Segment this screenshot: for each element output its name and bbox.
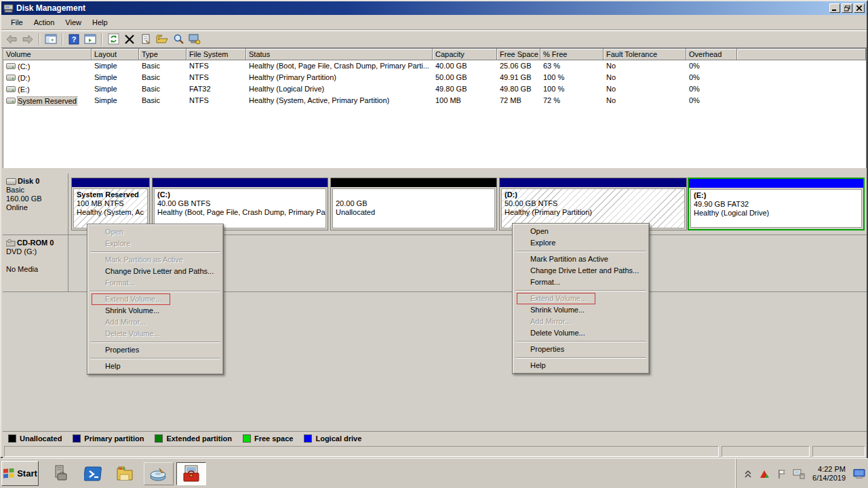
disk-utility-icon[interactable] (144, 462, 174, 485)
column-header-status[interactable]: Status (246, 49, 433, 60)
menu-item-mark-partition-active[interactable]: Mark Partition as Active (89, 254, 222, 266)
column-header-free-space[interactable]: Free Space (497, 49, 540, 60)
menu-view[interactable]: View (60, 16, 87, 28)
menu-action[interactable]: Action (28, 16, 60, 28)
legend-swatch (73, 434, 81, 443)
powershell-icon[interactable] (79, 462, 108, 485)
back-arrow-icon[interactable] (4, 32, 19, 47)
pane-splitter[interactable] (3, 168, 867, 174)
volume-list-header: Volume Layout Type File System Status Ca… (3, 49, 866, 60)
column-header-pct-free[interactable]: % Free (540, 49, 604, 60)
menu-item-add-mirror[interactable]: Add Mirror... (89, 317, 222, 328)
menu-item-format[interactable]: Format... (89, 277, 222, 289)
partition-c[interactable]: (C:) 40.00 GB NTFS Healthy (Boot, Page F… (152, 178, 328, 230)
drive-icon (6, 63, 16, 69)
status-bar (3, 445, 867, 458)
show-action-pane-icon[interactable] (83, 32, 98, 47)
tray-monitor-graph-icon[interactable] (759, 468, 771, 480)
show-console-tree-icon[interactable] (43, 32, 58, 47)
status-panel-main (4, 446, 719, 457)
title-bar[interactable]: Disk Management (1, 1, 867, 15)
menu-separator (515, 290, 646, 291)
restore-button[interactable] (842, 3, 852, 13)
show-desktop-icon[interactable] (853, 468, 865, 480)
menu-help[interactable]: Help (87, 16, 113, 28)
volume-row-system-reserved[interactable]: System Reserved Simple Basic NTFS Health… (3, 95, 866, 106)
tray-network-icon[interactable] (793, 468, 805, 480)
menu-bar: File Action View Help (1, 15, 867, 30)
menu-item-extend-volume[interactable]: Extend Volume... (514, 293, 648, 304)
computer-management-taskbar-button[interactable] (176, 462, 206, 485)
column-header-layout[interactable]: Layout (92, 49, 139, 60)
menu-file[interactable]: File (5, 16, 28, 28)
drive-icon (6, 98, 16, 104)
partition-color-bar (153, 178, 328, 187)
tray-flag-icon[interactable] (776, 468, 788, 480)
open-folder-icon[interactable] (155, 32, 170, 47)
legend-swatch (304, 434, 312, 443)
column-header-type[interactable]: Type (139, 49, 186, 60)
properties-icon[interactable] (138, 32, 153, 47)
cdrom-icon (6, 239, 16, 247)
server-manager-icon[interactable] (45, 462, 75, 485)
column-header-volume[interactable]: Volume (3, 49, 92, 60)
legend-free-space: Free space (243, 434, 293, 443)
volume-row-e[interactable]: (E:) Simple Basic FAT32 Healthy (Logical… (3, 83, 866, 95)
desktop: Disk Management File Action View Help ? (0, 0, 868, 488)
minimize-button[interactable] (829, 3, 840, 13)
menu-item-explore[interactable]: Explore (89, 238, 222, 249)
menu-item-help[interactable]: Help (89, 361, 222, 372)
forward-arrow-icon[interactable] (20, 32, 35, 47)
help-icon[interactable]: ? (66, 32, 81, 47)
menu-item-shrink-volume[interactable]: Shrink Volume... (89, 305, 222, 317)
toolbar-separator (62, 33, 63, 45)
partition-color-bar (72, 178, 149, 187)
partition-color-bar (331, 178, 496, 187)
menu-item-properties[interactable]: Properties (89, 344, 222, 356)
volume-row-c[interactable]: (C:) Simple Basic NTFS Healthy (Boot, Pa… (3, 60, 866, 72)
menu-item-extend-volume[interactable]: Extend Volume... (89, 293, 222, 305)
refresh-icon[interactable] (106, 32, 121, 47)
column-header-overhead[interactable]: Overhead (686, 49, 737, 60)
delete-icon[interactable] (122, 32, 137, 47)
menu-separator (515, 341, 646, 342)
system-tray: 4:22 PM 6/14/2019 (736, 459, 868, 488)
column-header-fault-tolerance[interactable]: Fault Tolerance (604, 49, 686, 60)
menu-item-properties[interactable]: Properties (514, 344, 648, 355)
menu-item-help[interactable]: Help (514, 360, 648, 371)
cdrom-label-panel[interactable]: CD-ROM 0 DVD (G:) No Media (3, 235, 68, 291)
disk0-label-panel[interactable]: Disk 0 Basic 160.00 GB Online (3, 174, 68, 235)
context-menu-system-reserved: Open Explore Mark Partition as Active Ch… (87, 224, 224, 375)
menu-separator (90, 342, 220, 342)
tray-clock[interactable]: 4:22 PM 6/14/2019 (810, 465, 848, 483)
menu-item-mark-partition-active[interactable]: Mark Partition as Active (514, 253, 648, 265)
context-menu-d-drive: Open Explore Mark Partition as Active Ch… (512, 223, 650, 374)
menu-item-open[interactable]: Open (514, 226, 648, 237)
window-title: Disk Management (16, 3, 85, 13)
menu-item-change-drive-letter[interactable]: Change Drive Letter and Paths... (514, 265, 648, 277)
windows-explorer-icon[interactable] (111, 462, 141, 485)
menu-item-shrink-volume[interactable]: Shrink Volume... (514, 304, 648, 316)
menu-separator (90, 358, 220, 359)
volume-list: Volume Layout Type File System Status Ca… (3, 48, 867, 168)
partition-e[interactable]: (E:) 49.90 GB FAT32 Healthy (Logical Dri… (688, 178, 865, 230)
menu-item-open[interactable]: Open (89, 226, 222, 238)
menu-item-delete-volume[interactable]: Delete Volume... (514, 327, 648, 339)
menu-item-add-mirror[interactable]: Add Mirror... (514, 316, 648, 327)
start-button[interactable]: Start (1, 461, 39, 486)
volume-row-d[interactable]: (D:) Simple Basic NTFS Healthy (Primary … (3, 72, 866, 83)
find-icon[interactable] (171, 32, 186, 47)
manage-computer-icon[interactable] (187, 32, 202, 47)
tray-expand-chevron-icon[interactable] (742, 468, 754, 480)
menu-separator (90, 291, 220, 291)
menu-item-change-drive-letter[interactable]: Change Drive Letter and Paths... (89, 266, 222, 277)
menu-item-format[interactable]: Format... (514, 277, 648, 288)
close-button[interactable] (854, 3, 865, 13)
clock-time: 4:22 PM (812, 465, 846, 474)
column-header-capacity[interactable]: Capacity (433, 49, 497, 60)
column-header-file-system[interactable]: File System (186, 49, 246, 60)
menu-item-explore[interactable]: Explore (514, 237, 648, 249)
partition-unallocated[interactable]: 20.00 GB Unallocated (330, 178, 497, 230)
partition-system-reserved[interactable]: System Reserved 100 MB NTFS Healthy (Sys… (71, 178, 150, 230)
menu-item-delete-volume[interactable]: Delete Volume... (89, 328, 222, 340)
